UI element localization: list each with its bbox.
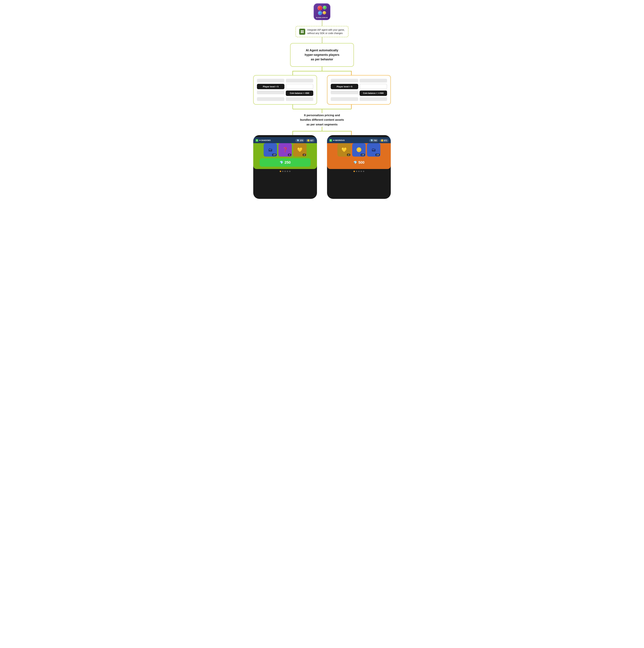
- split-connector-top: [263, 67, 381, 75]
- phone-left-item-2-qty: x1: [288, 154, 291, 156]
- seg-placeholder-r2: [360, 79, 387, 83]
- split-connector-phones: [263, 127, 381, 135]
- seg-outline-r1: [360, 84, 387, 89]
- phone-right-item-1: 💛 x1: [337, 143, 351, 157]
- phone-right-stat2-icon: 🪙: [381, 139, 383, 142]
- ai-line2: hyper-segments players: [305, 53, 339, 56]
- phone-right-hud-left: 5 ✏ N8ORIOUS: [329, 139, 345, 142]
- connector-1: [322, 20, 322, 26]
- phone-right-gem-icon: 💎: [354, 161, 357, 164]
- phone-right-item-1-qty: x1: [347, 154, 350, 156]
- phone-left-stat1-icon: 💎: [297, 139, 299, 142]
- bubble-red: [317, 6, 322, 10]
- phone-left-stat1: 💎 370: [295, 139, 304, 142]
- split-left-down: [292, 71, 293, 75]
- connector-2: [322, 37, 322, 43]
- segment-grid-left: Player level = 5 Coin balance = <500: [257, 79, 313, 101]
- phone-right-item-2: 🪙 x16: [352, 143, 366, 157]
- phone-right-price-btn[interactable]: 💎 500: [333, 158, 384, 167]
- phone-right-hud-right: 💎 760 🪙 671: [369, 139, 388, 142]
- bubble-yellow: [323, 11, 326, 14]
- phone-left-hud-right: 💎 370 🪙 427: [295, 139, 315, 142]
- split-connector-bottom: [263, 105, 381, 113]
- personalizes-text: It personalizes pricing and bundles diff…: [300, 113, 344, 127]
- phone-right-level: 5: [329, 139, 332, 142]
- phone-right-top: [327, 135, 391, 137]
- split-right-up: [351, 105, 352, 109]
- svg-rect-1: [303, 30, 304, 32]
- bubble-blue: [318, 11, 322, 15]
- phone-right-item-3-icon: 🗂: [372, 147, 376, 152]
- split-vertical-center: [322, 67, 322, 71]
- app-name-label: BUBBLEWISE: [316, 17, 328, 19]
- app-icon-wrapper: BUBBLEWISE: [314, 3, 330, 20]
- seg-placeholder-r5: [360, 97, 387, 101]
- seg-placeholder-l5: [286, 97, 313, 101]
- seg-placeholder-l2: [286, 79, 313, 83]
- phone-left-level: 5: [256, 139, 258, 142]
- svg-rect-0: [301, 30, 302, 32]
- phone-left-bundle: 🗂 x10 ❓ x1 💛 x2 💎 250: [253, 143, 317, 169]
- phone-left-dot-3: [284, 171, 286, 172]
- phone-right-stat2-val: 671: [384, 140, 387, 142]
- sdk-line2: without any SDK or code changes: [307, 32, 343, 35]
- segment-grid-right: Player level = 5 Coin balance = >=500: [331, 79, 387, 101]
- phone-left-stat1-val: 370: [300, 140, 303, 142]
- phone-left-dots: [253, 169, 317, 174]
- phone-right-item-1-icon: 💛: [341, 147, 347, 152]
- phone-left-top: [253, 135, 317, 137]
- phone-left-dot-2: [282, 171, 283, 172]
- sdk-line1: Integrate IAP agent with your game,: [307, 29, 345, 31]
- phones-split-horiz: [292, 131, 352, 131]
- phone-right-bundle: 💛 x1 🪙 x16 🗂 x16 💎 500: [327, 143, 391, 169]
- segments-row: Player level = 5 Coin balance = <500 Pla…: [253, 75, 391, 105]
- phone-left-price-btn[interactable]: 💎 250: [260, 158, 311, 167]
- phone-right-bottom-spacer: [327, 167, 391, 169]
- pers-line1: It personalizes pricing and: [304, 114, 340, 117]
- phone-left-bundle-items: 🗂 x10 ❓ x1 💛 x2: [253, 143, 317, 157]
- svg-rect-3: [303, 32, 304, 33]
- phone-left-dot-5: [289, 171, 290, 172]
- ai-line1: AI Agent automatically: [306, 49, 338, 52]
- phone-right-item-3-qty: x16: [376, 154, 380, 156]
- phone-left-item-3: 💛 x2: [293, 143, 307, 157]
- phone-right-stat1-val: 760: [374, 140, 377, 142]
- phone-left-item-2-icon: ❓: [282, 147, 288, 152]
- phone-left-gem-icon: 💎: [280, 161, 283, 164]
- sdk-icon: [299, 29, 305, 35]
- phone-right-stat1-icon: 💎: [370, 139, 373, 142]
- sdk-box: Integrate IAP agent with your game, with…: [296, 26, 348, 37]
- phone-right-item-3: 🗂 x16: [367, 143, 380, 157]
- phone-right-dots: [327, 169, 391, 174]
- phone-right-stat1: 💎 760: [369, 139, 378, 142]
- phone-right-hud: 5 ✏ N8ORIOUS 💎 760 🪙 671: [327, 137, 391, 143]
- split-left-up: [292, 105, 293, 109]
- phones-left-down: [292, 131, 293, 135]
- split-center-down: [322, 109, 322, 113]
- seg-placeholder-r4: [331, 97, 358, 101]
- phone-left-stat2: 🪙 427: [306, 139, 315, 142]
- phone-left: 5 ✏ SHADOW3 💎 370 🪙 427: [253, 135, 317, 199]
- phone-left-stat2-val: 427: [310, 140, 313, 142]
- pers-line2: bundles different content assets: [300, 118, 344, 121]
- phone-right: 5 ✏ N8ORIOUS 💎 760 🪙 671: [327, 135, 391, 199]
- phone-right-player-name: ✏ N8ORIOUS: [333, 139, 345, 142]
- coin-balance-badge-left: Coin balance = <500: [286, 91, 313, 96]
- phone-left-hud: 5 ✏ SHADOW3 💎 370 🪙 427: [253, 137, 317, 143]
- split-horizontal: [292, 71, 352, 71]
- player-level-badge-right: Player level = 5: [331, 84, 358, 89]
- phone-left-stat2-icon: 🪙: [307, 139, 310, 142]
- sdk-text: Integrate IAP agent with your game, with…: [307, 28, 345, 35]
- page-container: BUBBLEWISE Integrate IAP agent with your…: [247, 3, 397, 206]
- split-right-down: [351, 71, 352, 75]
- segment-card-right: Player level = 5 Coin balance = >=500: [327, 75, 391, 105]
- phone-right-item-2-icon: 🪙: [356, 147, 362, 152]
- phone-right-dot-3: [358, 171, 360, 172]
- phone-right-item-2-qty: x16: [361, 154, 365, 156]
- seg-outline-l1: [286, 84, 313, 89]
- phone-left-item-3-qty: x2: [303, 154, 306, 156]
- phones-split-center: [322, 127, 322, 131]
- phone-left-price: 250: [284, 160, 291, 165]
- phone-right-dot-5: [363, 171, 364, 172]
- coin-balance-badge-right: Coin balance = >=500: [360, 91, 387, 96]
